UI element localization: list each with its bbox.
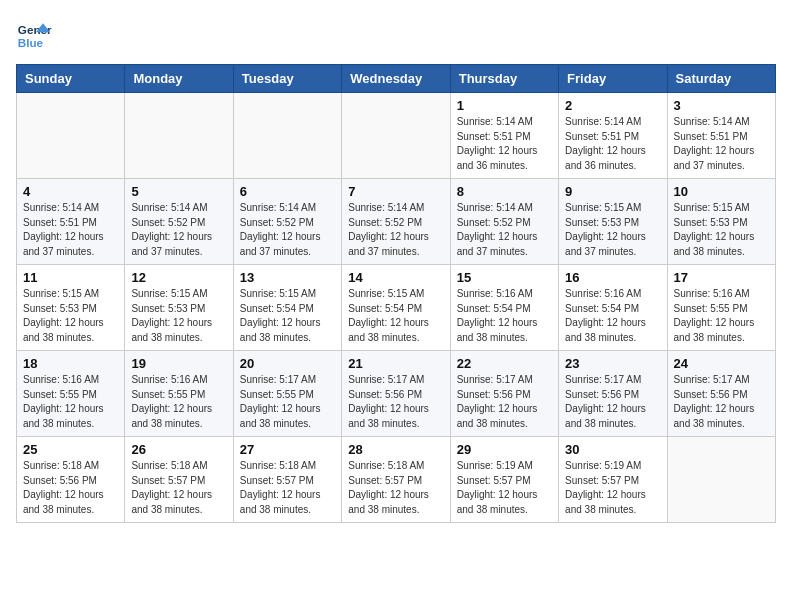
day-number: 24 (674, 356, 769, 371)
day-info: Sunrise: 5:14 AMSunset: 5:52 PMDaylight:… (131, 201, 226, 259)
day-number: 17 (674, 270, 769, 285)
day-number: 30 (565, 442, 660, 457)
calendar-day-cell: 27Sunrise: 5:18 AMSunset: 5:57 PMDayligh… (233, 437, 341, 523)
day-number: 13 (240, 270, 335, 285)
calendar-day-cell: 1Sunrise: 5:14 AMSunset: 5:51 PMDaylight… (450, 93, 558, 179)
calendar-day-cell: 16Sunrise: 5:16 AMSunset: 5:54 PMDayligh… (559, 265, 667, 351)
day-info: Sunrise: 5:18 AMSunset: 5:57 PMDaylight:… (131, 459, 226, 517)
weekday-header: Monday (125, 65, 233, 93)
day-info: Sunrise: 5:16 AMSunset: 5:55 PMDaylight:… (674, 287, 769, 345)
day-info: Sunrise: 5:15 AMSunset: 5:53 PMDaylight:… (131, 287, 226, 345)
day-info: Sunrise: 5:16 AMSunset: 5:55 PMDaylight:… (23, 373, 118, 431)
day-number: 3 (674, 98, 769, 113)
weekday-header: Tuesday (233, 65, 341, 93)
svg-text:Blue: Blue (18, 36, 44, 49)
calendar-day-cell: 20Sunrise: 5:17 AMSunset: 5:55 PMDayligh… (233, 351, 341, 437)
weekday-header: Thursday (450, 65, 558, 93)
calendar-day-cell: 15Sunrise: 5:16 AMSunset: 5:54 PMDayligh… (450, 265, 558, 351)
calendar-day-cell: 23Sunrise: 5:17 AMSunset: 5:56 PMDayligh… (559, 351, 667, 437)
day-number: 11 (23, 270, 118, 285)
day-number: 7 (348, 184, 443, 199)
day-number: 14 (348, 270, 443, 285)
day-number: 9 (565, 184, 660, 199)
calendar-day-cell: 10Sunrise: 5:15 AMSunset: 5:53 PMDayligh… (667, 179, 775, 265)
day-info: Sunrise: 5:14 AMSunset: 5:52 PMDaylight:… (457, 201, 552, 259)
calendar-week-row: 11Sunrise: 5:15 AMSunset: 5:53 PMDayligh… (17, 265, 776, 351)
day-number: 27 (240, 442, 335, 457)
day-number: 19 (131, 356, 226, 371)
day-number: 2 (565, 98, 660, 113)
calendar-day-cell (342, 93, 450, 179)
day-number: 8 (457, 184, 552, 199)
calendar-day-cell: 24Sunrise: 5:17 AMSunset: 5:56 PMDayligh… (667, 351, 775, 437)
day-number: 25 (23, 442, 118, 457)
day-info: Sunrise: 5:15 AMSunset: 5:53 PMDaylight:… (565, 201, 660, 259)
calendar-day-cell: 30Sunrise: 5:19 AMSunset: 5:57 PMDayligh… (559, 437, 667, 523)
calendar-day-cell (233, 93, 341, 179)
calendar-day-cell: 2Sunrise: 5:14 AMSunset: 5:51 PMDaylight… (559, 93, 667, 179)
calendar-week-row: 25Sunrise: 5:18 AMSunset: 5:56 PMDayligh… (17, 437, 776, 523)
day-number: 4 (23, 184, 118, 199)
day-number: 29 (457, 442, 552, 457)
day-info: Sunrise: 5:18 AMSunset: 5:57 PMDaylight:… (348, 459, 443, 517)
day-number: 5 (131, 184, 226, 199)
calendar-day-cell: 5Sunrise: 5:14 AMSunset: 5:52 PMDaylight… (125, 179, 233, 265)
calendar-day-cell: 11Sunrise: 5:15 AMSunset: 5:53 PMDayligh… (17, 265, 125, 351)
day-number: 6 (240, 184, 335, 199)
day-info: Sunrise: 5:14 AMSunset: 5:51 PMDaylight:… (674, 115, 769, 173)
calendar-week-row: 4Sunrise: 5:14 AMSunset: 5:51 PMDaylight… (17, 179, 776, 265)
day-info: Sunrise: 5:14 AMSunset: 5:51 PMDaylight:… (565, 115, 660, 173)
calendar-day-cell: 4Sunrise: 5:14 AMSunset: 5:51 PMDaylight… (17, 179, 125, 265)
calendar-day-cell: 12Sunrise: 5:15 AMSunset: 5:53 PMDayligh… (125, 265, 233, 351)
calendar-day-cell: 3Sunrise: 5:14 AMSunset: 5:51 PMDaylight… (667, 93, 775, 179)
day-info: Sunrise: 5:17 AMSunset: 5:56 PMDaylight:… (457, 373, 552, 431)
day-number: 12 (131, 270, 226, 285)
day-number: 22 (457, 356, 552, 371)
day-number: 16 (565, 270, 660, 285)
day-info: Sunrise: 5:15 AMSunset: 5:53 PMDaylight:… (23, 287, 118, 345)
calendar-table: SundayMondayTuesdayWednesdayThursdayFrid… (16, 64, 776, 523)
calendar-day-cell: 29Sunrise: 5:19 AMSunset: 5:57 PMDayligh… (450, 437, 558, 523)
day-info: Sunrise: 5:17 AMSunset: 5:56 PMDaylight:… (674, 373, 769, 431)
calendar-day-cell: 25Sunrise: 5:18 AMSunset: 5:56 PMDayligh… (17, 437, 125, 523)
page-header: General Blue (16, 16, 776, 52)
day-info: Sunrise: 5:16 AMSunset: 5:54 PMDaylight:… (565, 287, 660, 345)
day-number: 26 (131, 442, 226, 457)
calendar-day-cell: 7Sunrise: 5:14 AMSunset: 5:52 PMDaylight… (342, 179, 450, 265)
calendar-day-cell: 28Sunrise: 5:18 AMSunset: 5:57 PMDayligh… (342, 437, 450, 523)
calendar-day-cell: 17Sunrise: 5:16 AMSunset: 5:55 PMDayligh… (667, 265, 775, 351)
calendar-header-row: SundayMondayTuesdayWednesdayThursdayFrid… (17, 65, 776, 93)
day-info: Sunrise: 5:17 AMSunset: 5:55 PMDaylight:… (240, 373, 335, 431)
day-info: Sunrise: 5:14 AMSunset: 5:51 PMDaylight:… (23, 201, 118, 259)
day-number: 20 (240, 356, 335, 371)
calendar-day-cell: 18Sunrise: 5:16 AMSunset: 5:55 PMDayligh… (17, 351, 125, 437)
calendar-day-cell: 19Sunrise: 5:16 AMSunset: 5:55 PMDayligh… (125, 351, 233, 437)
calendar-day-cell: 8Sunrise: 5:14 AMSunset: 5:52 PMDaylight… (450, 179, 558, 265)
day-info: Sunrise: 5:19 AMSunset: 5:57 PMDaylight:… (565, 459, 660, 517)
weekday-header: Wednesday (342, 65, 450, 93)
calendar-day-cell: 21Sunrise: 5:17 AMSunset: 5:56 PMDayligh… (342, 351, 450, 437)
day-info: Sunrise: 5:15 AMSunset: 5:54 PMDaylight:… (348, 287, 443, 345)
logo-icon: General Blue (16, 16, 52, 52)
calendar-day-cell: 22Sunrise: 5:17 AMSunset: 5:56 PMDayligh… (450, 351, 558, 437)
day-number: 28 (348, 442, 443, 457)
calendar-week-row: 18Sunrise: 5:16 AMSunset: 5:55 PMDayligh… (17, 351, 776, 437)
day-info: Sunrise: 5:14 AMSunset: 5:52 PMDaylight:… (348, 201, 443, 259)
day-number: 23 (565, 356, 660, 371)
calendar-day-cell: 13Sunrise: 5:15 AMSunset: 5:54 PMDayligh… (233, 265, 341, 351)
day-info: Sunrise: 5:16 AMSunset: 5:55 PMDaylight:… (131, 373, 226, 431)
day-info: Sunrise: 5:17 AMSunset: 5:56 PMDaylight:… (348, 373, 443, 431)
day-info: Sunrise: 5:14 AMSunset: 5:51 PMDaylight:… (457, 115, 552, 173)
calendar-day-cell (17, 93, 125, 179)
day-info: Sunrise: 5:15 AMSunset: 5:53 PMDaylight:… (674, 201, 769, 259)
day-info: Sunrise: 5:14 AMSunset: 5:52 PMDaylight:… (240, 201, 335, 259)
day-info: Sunrise: 5:16 AMSunset: 5:54 PMDaylight:… (457, 287, 552, 345)
calendar-day-cell: 6Sunrise: 5:14 AMSunset: 5:52 PMDaylight… (233, 179, 341, 265)
calendar-day-cell (667, 437, 775, 523)
weekday-header: Friday (559, 65, 667, 93)
weekday-header: Sunday (17, 65, 125, 93)
day-number: 1 (457, 98, 552, 113)
day-info: Sunrise: 5:18 AMSunset: 5:57 PMDaylight:… (240, 459, 335, 517)
day-info: Sunrise: 5:15 AMSunset: 5:54 PMDaylight:… (240, 287, 335, 345)
calendar-day-cell (125, 93, 233, 179)
